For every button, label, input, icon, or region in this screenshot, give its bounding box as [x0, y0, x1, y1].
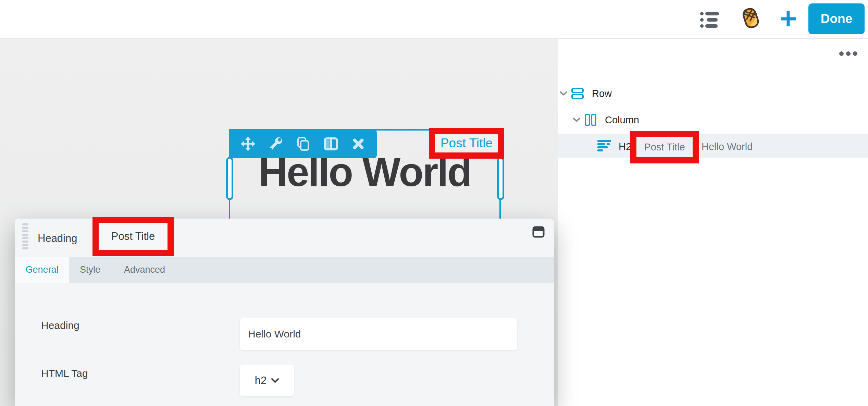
column-icon [584, 114, 597, 126]
tree-module-name: Post Title [644, 142, 685, 153]
row-icon [571, 87, 584, 100]
beaver-builder-editor: Hello World [0, 0, 868, 406]
heading-field-label: Heading [41, 320, 79, 331]
tab-advanced[interactable]: Advanced [111, 257, 178, 283]
dialog-title: Heading [38, 232, 77, 245]
done-button[interactable]: Done [808, 3, 865, 34]
heading-text-input[interactable] [240, 318, 517, 350]
tree-item-row[interactable]: Row [560, 87, 697, 100]
tree-row-label: Row [592, 88, 612, 99]
wrench-icon[interactable] [268, 136, 283, 151]
panel-menu-ellipsis-icon[interactable] [839, 51, 858, 57]
module-badge-label[interactable]: Post Title [441, 136, 493, 150]
module-toolbar [230, 130, 377, 158]
outline-module-name-annotation: Post Title [630, 131, 699, 163]
tab-general[interactable]: General [15, 257, 69, 283]
dialog-tab-bar: General Style Advanced [15, 257, 554, 283]
beaver-builder-logo-icon[interactable] [739, 7, 762, 30]
tree-item-post-title-module[interactable]: H2 Hello World [558, 134, 868, 158]
close-icon[interactable] [351, 136, 366, 151]
html-tag-field-label: HTML Tag [41, 368, 88, 379]
tree-module-tag: H2 [619, 141, 631, 152]
outline-list-icon[interactable] [699, 10, 720, 29]
move-icon[interactable] [240, 136, 256, 151]
add-content-plus-icon[interactable] [779, 10, 797, 28]
tree-column-label: Column [605, 114, 639, 126]
duplicate-icon[interactable] [296, 136, 311, 151]
chevron-down-icon[interactable] [573, 118, 580, 122]
top-bar [0, 0, 868, 39]
text-module-icon [597, 140, 612, 152]
columns-icon[interactable] [323, 136, 338, 151]
tree-item-column[interactable]: Column [573, 113, 710, 126]
dock-window-icon[interactable] [532, 225, 545, 238]
html-tag-value: h2 [255, 374, 266, 387]
tree-module-content: Hello World [702, 141, 753, 152]
html-tag-select[interactable]: h2 [240, 365, 294, 396]
chevron-down-icon[interactable] [560, 91, 567, 96]
dialog-title-module-name: Post Title [111, 230, 155, 243]
chevron-down-icon [271, 378, 279, 383]
canvas-module-badge-annotation: Post Title [429, 128, 504, 159]
tab-style[interactable]: Style [69, 257, 111, 283]
dialog-drag-handle[interactable] [22, 223, 28, 249]
dialog-title-module-name-annotation: Post Title [92, 217, 174, 256]
